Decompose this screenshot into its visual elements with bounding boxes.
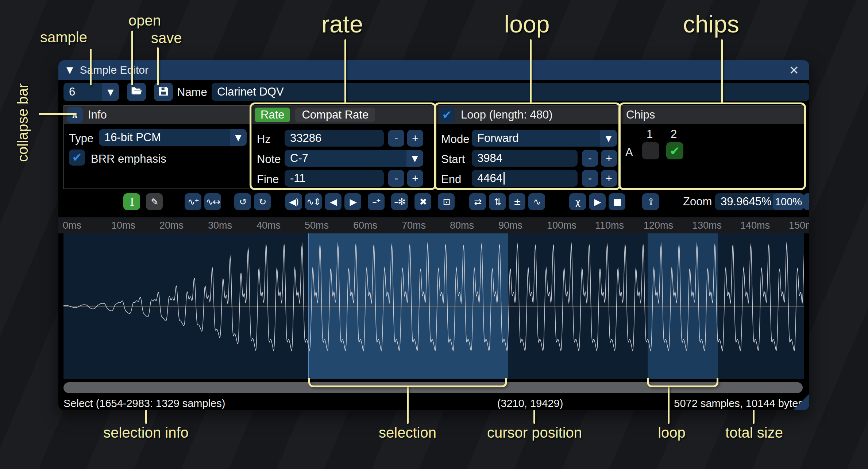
- resize-button[interactable]: ∿⁺: [185, 193, 201, 210]
- resample-button[interactable]: ∿↔: [204, 193, 221, 210]
- pencil-icon: ✎: [151, 197, 158, 207]
- reverse-arrows-icon: ⇄: [474, 197, 481, 207]
- annotation-rate-label: rate: [321, 10, 363, 38]
- redo-button[interactable]: ↻: [254, 193, 271, 210]
- resize-grip[interactable]: [792, 394, 809, 410]
- chevron-down-icon: ▼: [230, 129, 247, 146]
- fade-out-button[interactable]: ▶: [344, 193, 361, 210]
- info-panel-title: Info: [88, 108, 107, 121]
- annotation-chips-label: chips: [683, 10, 739, 38]
- wave-plus-icon: ∿⁺: [188, 197, 198, 207]
- folder-open-icon: [131, 85, 142, 98]
- invert-arrows-icon: ⇅: [494, 197, 501, 207]
- close-button[interactable]: ×: [784, 60, 803, 80]
- apply-silence-button[interactable]: –✻: [391, 193, 408, 210]
- delete-x-icon: ✖: [420, 197, 427, 207]
- reverse-button[interactable]: ⇄: [469, 193, 486, 210]
- annotation-selection-label: selection: [379, 425, 436, 441]
- ibeam-cursor-icon: I: [130, 195, 134, 208]
- delete-button[interactable]: ✖: [414, 193, 431, 210]
- zoom-in-button[interactable]: +: [803, 193, 809, 210]
- type-select[interactable]: 16-bit PCM ▼: [99, 129, 247, 146]
- ruler-tick: 80ms: [450, 220, 474, 231]
- normalize-button[interactable]: ∿⇕: [305, 193, 322, 210]
- name-value: Clarinet DQV: [217, 85, 284, 98]
- trim-button[interactable]: ⊡: [438, 193, 455, 210]
- name-label: Name: [177, 86, 207, 99]
- zoom-label: Zoom: [683, 193, 712, 210]
- annotation-collapse-bar-line: [39, 113, 77, 115]
- import-button[interactable]: ⇪: [642, 193, 659, 210]
- ruler-tick: 70ms: [402, 220, 426, 231]
- ruler-tick: 100ms: [547, 220, 576, 231]
- annotation-rate-line: [344, 39, 346, 103]
- preview-button[interactable]: ▶: [589, 193, 606, 210]
- desktop: { "window": { "title": "Sample Editor", …: [0, 0, 868, 469]
- annotation-loop-bracket: [647, 378, 718, 387]
- ruler-tick: 40ms: [256, 220, 281, 231]
- check-icon: ✔: [72, 151, 82, 164]
- undo-icon: ↺: [239, 197, 246, 207]
- filter-button[interactable]: ∿: [528, 193, 545, 210]
- open-button[interactable]: [127, 83, 146, 101]
- sign-button[interactable]: ±: [509, 193, 525, 210]
- fade-out-icon: ▶: [350, 197, 356, 207]
- time-ruler[interactable]: 0ms 10ms 20ms 30ms 40ms 50ms 60ms 70ms 8…: [58, 217, 809, 233]
- annotation-open-label: open: [128, 12, 161, 29]
- ruler-tick: 130ms: [692, 220, 722, 231]
- name-input[interactable]: Clarinet DQV: [212, 83, 809, 101]
- wave-vertical-arrows-icon: ∿⇕: [306, 197, 320, 207]
- stop-icon: ■: [613, 197, 621, 207]
- crossfade-icon: χ: [575, 197, 580, 207]
- fade-in-button[interactable]: ◀: [325, 193, 342, 210]
- cursor-position-text: (3210, 19429): [497, 398, 563, 410]
- annotation-cursor-position-label: cursor position: [487, 425, 582, 441]
- annotation-selection-info-line: [145, 410, 147, 424]
- amplify-button[interactable]: ◀): [285, 193, 302, 210]
- annotation-selection-info-label: selection info: [103, 425, 188, 441]
- edit-mode-draw-button[interactable]: ✎: [146, 193, 163, 210]
- annotation-selection-stem-line: [407, 386, 409, 424]
- zoom-value: 39.9645%: [721, 195, 772, 208]
- ruler-tick: 60ms: [353, 220, 377, 231]
- annotation-selection-bracket: [308, 378, 507, 387]
- annotation-cursor-position-line: [533, 410, 535, 424]
- edit-mode-select-button[interactable]: I: [123, 193, 140, 210]
- sample-row: 6 ▼ Name Clarinet DQV: [63, 83, 804, 101]
- ruler-tick: 110ms: [595, 220, 624, 231]
- floppy-disk-icon: [158, 85, 169, 98]
- annotation-save-line: [157, 47, 159, 85]
- info-panel: ∧ Info Type 16-bit PCM ▼ ✔ BRR emphasis: [63, 105, 251, 189]
- total-size-text: 5072 samples, 10144 bytes: [674, 398, 803, 410]
- collapse-bar-button[interactable]: ∧: [67, 107, 83, 123]
- zoom-reset-button[interactable]: 100%: [773, 193, 804, 210]
- ruler-tick: 20ms: [159, 220, 184, 231]
- chevron-down-icon[interactable]: ▼: [102, 83, 119, 101]
- undo-button[interactable]: ↺: [234, 193, 251, 210]
- zoom-input[interactable]: 39.9645%: [715, 193, 780, 210]
- fade-in-icon: ◀: [330, 197, 336, 207]
- toolbar: I ✎ ∿⁺ ∿↔ ↺ ↻ ◀) ∿⇕ ◀ ▶ –⁺ –✻ ✖ ⊡ ⇄ ⇅ ± …: [58, 193, 809, 211]
- title-bar[interactable]: ▼ Sample Editor: [58, 60, 809, 80]
- annotation-loop-bottom-label: loop: [658, 425, 686, 441]
- insert-silence-icon: –⁺: [372, 197, 380, 207]
- ruler-tick: 10ms: [111, 220, 135, 231]
- invert-button[interactable]: ⇅: [489, 193, 506, 210]
- brr-emphasis-checkbox[interactable]: ✔: [69, 150, 85, 166]
- ruler-tick: 30ms: [208, 220, 232, 231]
- collapse-window-icon[interactable]: ▼: [66, 65, 73, 75]
- apply-silence-icon: –✻: [394, 197, 405, 207]
- annotation-sample-line: [90, 49, 92, 85]
- sample-select[interactable]: 6 ▼: [63, 83, 119, 101]
- stop-button[interactable]: ■: [609, 193, 625, 210]
- annotation-loop-box: [434, 102, 621, 190]
- wave-arrow-icon: ∿↔: [206, 197, 220, 207]
- upload-icon: ⇪: [647, 197, 654, 207]
- waveform-display[interactable]: [63, 233, 804, 379]
- chevron-up-icon: ∧: [71, 109, 78, 120]
- crossfade-button[interactable]: χ: [569, 193, 586, 210]
- save-button[interactable]: [154, 83, 173, 101]
- insert-silence-button[interactable]: –⁺: [368, 193, 385, 210]
- speaker-icon: ◀): [289, 197, 298, 207]
- ruler-tick: 120ms: [644, 220, 673, 231]
